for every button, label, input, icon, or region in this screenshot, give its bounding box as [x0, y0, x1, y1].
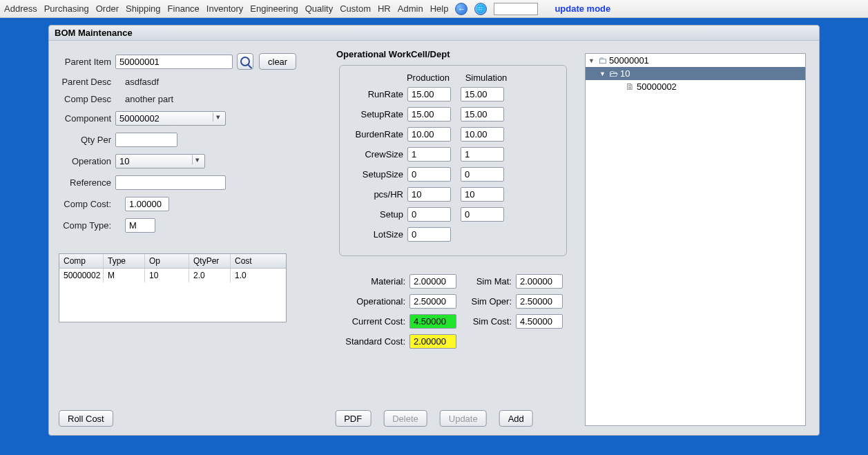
folder-open-icon: 🗁	[608, 68, 618, 79]
currentcost-label: Current Cost:	[339, 316, 405, 327]
menu-inventory[interactable]: Inventory	[206, 3, 243, 14]
menu-purchasing[interactable]: Purchasing	[44, 3, 89, 14]
reference-label: Reference	[59, 177, 111, 188]
parent-item-search-button[interactable]	[237, 53, 253, 70]
setupsize-sim-input[interactable]	[461, 167, 504, 182]
tree-column: ▼ 🗀 50000001 ▼ 🗁 10 🗎 50000002	[585, 53, 809, 426]
simcost-input[interactable]	[516, 314, 563, 329]
menu-help[interactable]: Help	[430, 3, 449, 14]
lotsize-input[interactable]	[407, 227, 451, 242]
material-input[interactable]	[409, 274, 456, 289]
nav-globe-icon[interactable]: 🌐	[474, 3, 487, 15]
bom-panel: BOM Maintenance Parent Item clear Parent…	[48, 25, 820, 436]
menu-quality[interactable]: Quality	[305, 3, 333, 14]
th-cost[interactable]: Cost	[231, 254, 286, 268]
crew-prod-input[interactable]	[407, 147, 451, 162]
menu-admin[interactable]: Admin	[398, 3, 423, 14]
tree-toggle-icon[interactable]: ▼	[599, 70, 606, 77]
magnify-icon	[240, 57, 250, 66]
setupsize-prod-input[interactable]	[407, 167, 451, 182]
simoper-input[interactable]	[516, 294, 563, 309]
lotsize-label: LotSize	[348, 229, 403, 240]
delete-button[interactable]: Delete	[383, 410, 427, 427]
clear-button[interactable]: clear	[259, 53, 296, 70]
comp-type-label: Comp Type:	[59, 220, 111, 231]
burden-prod-input[interactable]	[407, 127, 451, 142]
crew-label: CrewSize	[348, 149, 403, 159]
runrate-prod-input[interactable]	[407, 87, 451, 101]
burden-sim-input[interactable]	[461, 127, 504, 142]
roll-cost-button[interactable]: Roll Cost	[59, 410, 113, 427]
operation-select[interactable]: 10	[115, 154, 205, 168]
nav-back-icon[interactable]: ←	[455, 3, 467, 15]
th-op[interactable]: Op	[145, 254, 189, 268]
col-production: Production	[405, 72, 452, 83]
tree-leaf[interactable]: 🗎 50000002	[586, 80, 805, 93]
table-row[interactable]: 50000002 M 10 2.0 1.0	[59, 269, 286, 282]
burden-label: BurdenRate	[348, 129, 403, 139]
menu-hr[interactable]: HR	[378, 3, 391, 14]
reference-input[interactable]	[115, 175, 226, 190]
crew-sim-input[interactable]	[461, 147, 504, 162]
mode-label: update mode	[554, 3, 610, 14]
currentcost-input[interactable]	[409, 314, 456, 329]
comp-cost-label: Comp Cost:	[59, 199, 111, 209]
menu-finance[interactable]: Finance	[168, 3, 200, 14]
th-qtyper[interactable]: QtyPer	[189, 254, 231, 268]
simmat-label: Sim Mat:	[469, 276, 512, 287]
parent-item-input[interactable]	[115, 55, 233, 69]
menu-order[interactable]: Order	[96, 3, 119, 14]
cell-comp: 50000002	[59, 269, 104, 282]
menu-shipping[interactable]: Shipping	[126, 3, 161, 14]
cell-cost: 1.0	[231, 269, 286, 282]
quick-search-input[interactable]	[494, 3, 538, 15]
workcell-legend: Operational WorkCell/Dept	[336, 49, 567, 59]
standardcost-input[interactable]	[409, 334, 456, 349]
comp-desc-value: another part	[115, 94, 173, 104]
tree-node-label: 10	[620, 68, 630, 79]
folder-icon: 🗀	[597, 55, 607, 66]
runrate-sim-input[interactable]	[461, 87, 504, 101]
menu-custom[interactable]: Custom	[340, 3, 371, 14]
simmat-input[interactable]	[516, 274, 563, 289]
comp-cost-input[interactable]	[125, 197, 169, 211]
update-button[interactable]: Update	[440, 410, 487, 427]
th-comp[interactable]: Comp	[59, 254, 104, 268]
th-type[interactable]: Type	[104, 254, 145, 268]
pdf-button[interactable]: PDF	[335, 410, 371, 427]
tree-toggle-icon[interactable]: ▼	[588, 57, 595, 64]
component-select[interactable]: 50000002	[115, 111, 226, 126]
tree-root-label: 50000001	[609, 55, 649, 66]
menubar: Address Purchasing Order Shipping Financ…	[0, 0, 868, 18]
operational-input[interactable]	[409, 294, 456, 309]
menu-engineering[interactable]: Engineering	[250, 3, 298, 14]
setuprate-prod-input[interactable]	[407, 107, 451, 122]
setup-prod-input[interactable]	[407, 207, 451, 222]
panel-title: BOM Maintenance	[49, 26, 819, 41]
component-label: Component	[59, 113, 111, 124]
material-label: Material:	[339, 276, 405, 287]
add-button[interactable]: Add	[499, 410, 533, 427]
parent-desc-value: asdfasdf	[115, 77, 159, 87]
tree-node-10[interactable]: ▼ 🗁 10	[586, 67, 805, 80]
pcshr-prod-input[interactable]	[407, 187, 451, 202]
tree-root[interactable]: ▼ 🗀 50000001	[586, 54, 805, 67]
pcshr-label: pcs/HR	[348, 189, 403, 200]
setup-sim-input[interactable]	[461, 207, 504, 222]
runrate-label: RunRate	[348, 89, 403, 99]
setuprate-sim-input[interactable]	[461, 107, 504, 122]
component-table: Comp Type Op QtyPer Cost 50000002 M 10 2…	[59, 253, 287, 322]
pcshr-sim-input[interactable]	[461, 187, 504, 202]
simcost-label: Sim Cost:	[469, 316, 512, 327]
qty-per-label: Qty Per	[59, 135, 111, 145]
cell-type: M	[104, 269, 145, 282]
parent-item-label: Parent Item	[59, 57, 111, 67]
workcell-fieldset: Production Simulation RunRate SetupRate …	[339, 65, 567, 256]
qty-per-input[interactable]	[115, 133, 177, 147]
setuprate-label: SetupRate	[348, 109, 403, 119]
file-icon: 🗎	[625, 81, 635, 92]
menu-address[interactable]: Address	[4, 3, 37, 14]
operational-label: Operational:	[339, 296, 405, 307]
comp-type-input[interactable]	[125, 218, 155, 233]
comp-desc-label: Comp Desc	[59, 94, 111, 104]
